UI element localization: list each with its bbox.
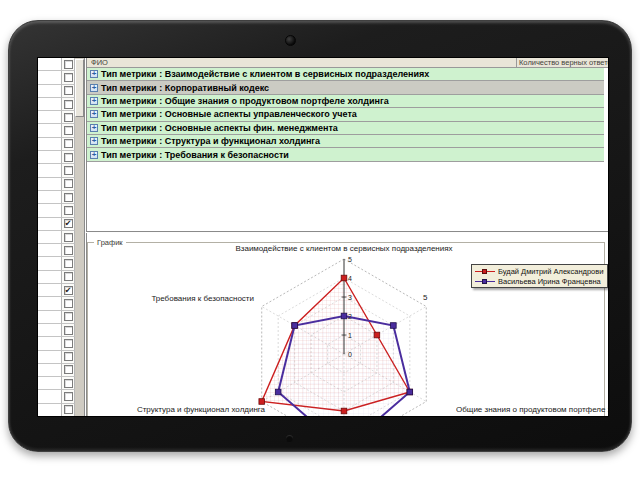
person-checkbox[interactable]: [64, 100, 73, 109]
legend-swatch-series2: [475, 277, 495, 285]
expand-plus-icon[interactable]: +: [90, 97, 98, 105]
person-name-cell: [38, 204, 62, 217]
person-row: [38, 164, 75, 177]
person-checkbox[interactable]: [64, 179, 73, 188]
svg-text:3: 3: [348, 294, 352, 301]
person-name-cell: [38, 138, 62, 151]
person-checkbox-cell: [62, 58, 75, 71]
chart-legend: Будай Дмитрий Александрович Васильева Ир…: [471, 264, 608, 288]
person-checkbox-cell: [62, 85, 75, 98]
person-row: [38, 85, 75, 98]
svg-text:4: 4: [348, 275, 352, 282]
metric-row[interactable]: +Тип метрики : Основные аспекты фин. мен…: [87, 122, 604, 135]
person-checkbox[interactable]: [64, 86, 73, 95]
header-fio[interactable]: ФИО: [91, 58, 108, 68]
legend-entry: Васильева Ирина Францевна: [475, 277, 604, 285]
metric-row-label: Тип метрики : Структура и функционал хол…: [101, 136, 320, 146]
person-checkbox[interactable]: [64, 139, 73, 148]
person-name-cell: [38, 151, 62, 164]
person-checkbox[interactable]: ✔: [64, 219, 73, 228]
app-screen: ✔✔ ФИО Количество верных ответо +Тип мет…: [38, 58, 608, 416]
person-name-cell: [38, 58, 62, 71]
scrollbar-thumb[interactable]: [75, 59, 84, 117]
person-checkbox-cell: [62, 204, 75, 217]
person-name-cell: [38, 124, 62, 137]
metric-row-label: Тип метрики : Взаимодействие с клиентом …: [101, 69, 429, 79]
person-name-cell: [38, 98, 62, 111]
person-row: [38, 151, 75, 164]
person-checkbox[interactable]: [64, 113, 73, 122]
person-checkbox-cell: [62, 151, 75, 164]
person-name-cell: [38, 85, 62, 98]
expand-plus-icon[interactable]: +: [90, 70, 98, 78]
person-row: [38, 191, 75, 204]
home-button-icon: [286, 435, 293, 442]
person-row: [38, 111, 75, 124]
tablet-frame: ✔✔ ФИО Количество верных ответо +Тип мет…: [8, 20, 632, 452]
metric-row-label: Тип метрики : Основные аспекты управленч…: [101, 109, 357, 119]
person-name-cell: [38, 111, 62, 124]
metric-row[interactable]: +Тип метрики : Общие знания о продуктово…: [87, 95, 604, 108]
legend-label-series2: Васильева Ирина Францевна: [498, 277, 601, 286]
person-checkbox[interactable]: [64, 126, 73, 135]
axis-label-upper-left: Требования к безопасности: [94, 294, 254, 303]
person-checkbox-cell: [62, 138, 75, 151]
legend-label-series1: Будай Дмитрий Александрович: [498, 267, 604, 276]
person-checkbox[interactable]: [64, 193, 73, 202]
expand-plus-icon[interactable]: +: [90, 110, 98, 118]
person-checkbox-cell: [62, 98, 75, 111]
person-row: [38, 58, 75, 71]
svg-text:0: 0: [348, 351, 352, 358]
metric-row[interactable]: +Тип метрики : Взаимодействие с клиентом…: [87, 68, 604, 81]
person-row: [38, 71, 75, 84]
metric-row[interactable]: +Тип метрики : Основные аспекты управлен…: [87, 108, 604, 121]
legend-entry: Будай Дмитрий Александрович: [475, 267, 604, 275]
metric-row[interactable]: +Тип метрики : Требования к безопасности: [87, 148, 604, 161]
metric-row[interactable]: +Тип метрики : Корпоративный кодекс: [87, 81, 604, 94]
metric-row-label: Тип метрики : Корпоративный кодекс: [101, 83, 269, 93]
list-header: ФИО Количество верных ответо: [87, 58, 608, 68]
expand-plus-icon[interactable]: +: [90, 151, 98, 159]
person-name-cell: [38, 178, 62, 191]
person-name-cell: [38, 71, 62, 84]
radar-chart: 012345: [38, 228, 608, 416]
svg-text:2: 2: [348, 313, 352, 320]
person-checkbox-cell: [62, 191, 75, 204]
person-checkbox-cell: [62, 111, 75, 124]
svg-text:1: 1: [348, 332, 352, 339]
metric-row-label: Тип метрики : Требования к безопасности: [101, 150, 289, 160]
person-row: [38, 124, 75, 137]
legend-swatch-series1: [475, 267, 495, 275]
expand-plus-icon[interactable]: +: [90, 84, 98, 92]
person-checkbox[interactable]: [64, 60, 73, 69]
axis-label-lower-left: Структура и функционал холдинга: [121, 405, 281, 414]
metric-row-label: Тип метрики : Основные аспекты фин. мене…: [101, 123, 338, 133]
metric-row-label: Тип метрики : Общие знания о продуктовом…: [101, 96, 389, 106]
axis-label-upper-right: 5: [423, 293, 437, 302]
person-name-cell: [38, 191, 62, 204]
person-row: [38, 138, 75, 151]
expand-plus-icon[interactable]: +: [90, 137, 98, 145]
person-checkbox-cell: [62, 178, 75, 191]
person-row: [38, 204, 75, 217]
axis-label-top: Взаимодействие с клиентом в сервисных по…: [138, 244, 550, 253]
person-checkbox-cell: [62, 124, 75, 137]
person-row: [38, 98, 75, 111]
person-row: [38, 178, 75, 191]
person-checkbox[interactable]: [64, 166, 73, 175]
person-checkbox-cell: [62, 164, 75, 177]
person-checkbox[interactable]: [64, 73, 73, 82]
person-name-cell: [38, 164, 62, 177]
person-checkbox-cell: [62, 71, 75, 84]
axis-label-lower-right: Общие знания о продуктовом портфеле холд…: [456, 405, 608, 414]
person-checkbox[interactable]: [64, 153, 73, 162]
header-correct-answers[interactable]: Количество верных ответо: [516, 58, 608, 68]
expand-plus-icon[interactable]: +: [90, 124, 98, 132]
camera-icon: [285, 35, 296, 46]
metric-row[interactable]: +Тип метрики : Структура и функционал хо…: [87, 135, 604, 148]
svg-text:5: 5: [348, 256, 352, 263]
person-checkbox[interactable]: [64, 206, 73, 215]
metric-rows: +Тип метрики : Взаимодействие с клиентом…: [87, 68, 604, 162]
